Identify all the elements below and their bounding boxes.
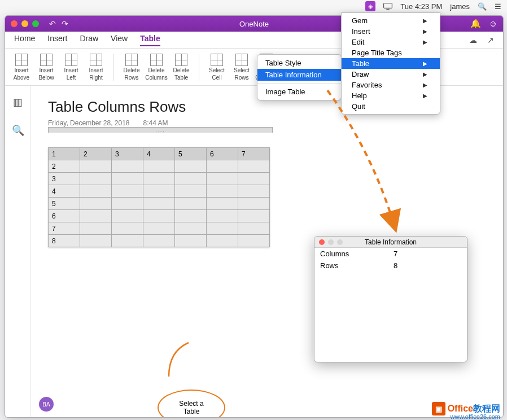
- table-cell[interactable]: [175, 210, 207, 222]
- table-cell[interactable]: [207, 222, 238, 235]
- redo-button[interactable]: ↷: [62, 19, 68, 28]
- table-cell[interactable]: [238, 235, 270, 247]
- delete-columns-button[interactable]: DeleteColumns: [145, 54, 168, 81]
- menu-item-draw[interactable]: Draw▶: [342, 69, 440, 80]
- insert-above-button[interactable]: InsertAbove: [10, 54, 33, 81]
- minimize-button[interactable]: [21, 20, 28, 27]
- insert-below-button[interactable]: InsertBelow: [34, 54, 58, 81]
- table-cell[interactable]: [143, 210, 175, 222]
- menu-item-help[interactable]: Help▶: [342, 90, 440, 101]
- table-cell[interactable]: [207, 173, 238, 185]
- table-cell[interactable]: 1: [49, 148, 80, 160]
- user-avatar[interactable]: BA: [39, 397, 54, 412]
- table-cell[interactable]: 4: [49, 185, 80, 198]
- table-cell[interactable]: [80, 160, 112, 173]
- notifications-icon[interactable]: 🔔: [470, 19, 481, 29]
- menubar-clock[interactable]: Tue 4:23 PM: [400, 2, 442, 11]
- table-cell[interactable]: [80, 235, 112, 247]
- table-cell[interactable]: [80, 198, 112, 210]
- menu-item-gem[interactable]: Gem▶: [342, 15, 440, 26]
- table-cell[interactable]: [143, 185, 175, 198]
- maximize-button[interactable]: [32, 20, 39, 27]
- menu-item-page-title-tags[interactable]: Page Title Tags: [342, 47, 440, 58]
- table-cell[interactable]: [80, 173, 112, 185]
- table-cell[interactable]: [238, 222, 270, 235]
- delete-rows-button[interactable]: DeleteRows: [120, 54, 143, 81]
- table-cell[interactable]: 2: [49, 160, 80, 173]
- tab-insert[interactable]: Insert: [47, 34, 67, 46]
- table-cell[interactable]: [143, 222, 175, 235]
- table-drag-handle[interactable]: ....: [48, 127, 273, 133]
- table-cell[interactable]: [175, 198, 207, 210]
- table-cell[interactable]: [112, 235, 143, 247]
- table-cell[interactable]: [207, 235, 238, 247]
- notebooks-icon[interactable]: ▥: [13, 96, 23, 108]
- table-cell[interactable]: [80, 210, 112, 222]
- table-cell[interactable]: [238, 198, 270, 210]
- undo-button[interactable]: ↶: [49, 19, 56, 28]
- table-cell[interactable]: [175, 185, 207, 198]
- menu-item-insert[interactable]: Insert▶: [342, 26, 440, 37]
- close-button[interactable]: [11, 20, 18, 27]
- share-icon[interactable]: ↗: [487, 36, 494, 45]
- table-cell[interactable]: 3: [49, 173, 80, 185]
- table-cell[interactable]: [80, 185, 112, 198]
- table-cell[interactable]: [143, 235, 175, 247]
- table-cell[interactable]: [175, 222, 207, 235]
- search-icon[interactable]: 🔍: [12, 124, 24, 137]
- table-cell[interactable]: 7: [49, 222, 80, 235]
- table-cell[interactable]: [112, 222, 143, 235]
- spotlight-icon[interactable]: 🔍: [478, 2, 487, 11]
- account-icon[interactable]: ☺: [489, 19, 497, 29]
- table-cell[interactable]: 6: [49, 210, 80, 222]
- tab-draw[interactable]: Draw: [80, 34, 98, 46]
- table-cell[interactable]: [112, 185, 143, 198]
- menu-item-edit[interactable]: Edit▶: [342, 37, 440, 47]
- table-cell[interactable]: [175, 235, 207, 247]
- table-cell[interactable]: [207, 198, 238, 210]
- table-cell[interactable]: 5: [49, 198, 80, 210]
- table-cell[interactable]: [175, 173, 207, 185]
- insert-left-button[interactable]: InsertLeft: [59, 54, 83, 81]
- select-rows-button[interactable]: SelectRows: [230, 54, 253, 81]
- table-cell[interactable]: [238, 210, 270, 222]
- table-cell[interactable]: [112, 198, 143, 210]
- table-cell[interactable]: 4: [143, 148, 175, 160]
- table-cell[interactable]: [112, 160, 143, 173]
- table-cell[interactable]: 5: [175, 148, 207, 160]
- tab-table[interactable]: Table: [140, 34, 160, 46]
- submenu-item-table-information[interactable]: Table Information: [257, 69, 341, 81]
- submenu-item-table-style[interactable]: Table Style: [257, 57, 341, 69]
- display-icon[interactable]: [383, 2, 392, 10]
- menu-item-table[interactable]: Table▶: [342, 58, 440, 69]
- insert-right-button[interactable]: InsertRight: [84, 54, 108, 81]
- table-cell[interactable]: [143, 173, 175, 185]
- table-cell[interactable]: [175, 160, 207, 173]
- tab-home[interactable]: Home: [14, 34, 35, 46]
- menu-item-quit[interactable]: Quit: [342, 101, 440, 112]
- table-cell[interactable]: 8: [49, 235, 80, 247]
- content-table[interactable]: 12345672345678: [48, 147, 270, 247]
- info-window-titlebar[interactable]: Table Information: [314, 237, 467, 248]
- table-cell[interactable]: [207, 185, 238, 198]
- table-cell[interactable]: [80, 222, 112, 235]
- table-cell[interactable]: 6: [207, 148, 238, 160]
- table-cell[interactable]: [112, 210, 143, 222]
- table-cell[interactable]: 7: [238, 148, 270, 160]
- table-cell[interactable]: [143, 198, 175, 210]
- table-cell[interactable]: [207, 160, 238, 173]
- select-cell-button[interactable]: SelectCell: [205, 54, 229, 81]
- table-cell[interactable]: 3: [112, 148, 143, 160]
- table-cell[interactable]: [143, 160, 175, 173]
- table-cell[interactable]: [238, 185, 270, 198]
- menubar-user[interactable]: james: [450, 2, 470, 11]
- table-cell[interactable]: 2: [80, 148, 112, 160]
- delete-table-button[interactable]: DeleteTable: [169, 54, 193, 81]
- table-cell[interactable]: [112, 173, 143, 185]
- submenu-item-image-table[interactable]: Image Table: [257, 86, 341, 98]
- table-cell[interactable]: [207, 210, 238, 222]
- gem-app-icon[interactable]: ◈: [365, 1, 375, 11]
- sync-icon[interactable]: ☁: [469, 36, 477, 45]
- control-center-icon[interactable]: ☰: [495, 2, 501, 11]
- table-cell[interactable]: [238, 160, 270, 173]
